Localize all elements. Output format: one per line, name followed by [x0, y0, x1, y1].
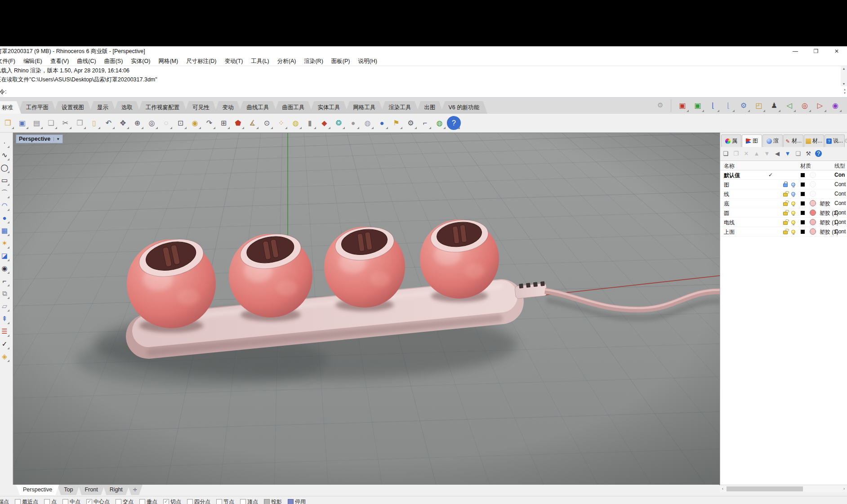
rectangle-icon[interactable]: ▭	[0, 174, 10, 187]
material-swatch[interactable]	[810, 219, 816, 225]
restore-button[interactable]: ❐	[806, 46, 826, 57]
add-viewport-tab[interactable]: ✛	[128, 485, 143, 495]
ribbon-tab[interactable]: 实体工具	[310, 101, 348, 114]
viewport[interactable]: Perspective ▼	[13, 133, 720, 485]
copy-icon[interactable]: ❐	[73, 116, 87, 130]
walkabout-icon[interactable]: ♟	[767, 98, 781, 113]
point-icon[interactable]: ·	[0, 136, 10, 149]
zoom-dynamic-icon[interactable]: ◌	[159, 116, 173, 130]
ribbon-tab[interactable]: V6 的新功能	[441, 101, 488, 114]
rotate-box-icon[interactable]: ◰	[752, 98, 766, 113]
move-icon[interactable]: ▱	[0, 300, 10, 312]
bulb-icon[interactable]	[791, 201, 795, 205]
ribbon-tab[interactable]: 选取	[113, 101, 141, 114]
scroll-up-icon[interactable]: ▲	[843, 67, 846, 70]
lock-icon[interactable]	[783, 183, 788, 187]
osnap-option[interactable]: 垂点	[139, 498, 157, 504]
raytrace-sphere-icon[interactable]: ●	[375, 116, 389, 130]
menu-item[interactable]: 分析(A)	[273, 58, 300, 65]
collapse-icon[interactable]: ◀	[774, 150, 781, 157]
menu-item[interactable]: 曲线(C)	[73, 58, 100, 65]
material-swatch[interactable]	[810, 191, 816, 197]
menu-item[interactable]: 尺寸标注(D)	[182, 58, 220, 65]
menu-item[interactable]: 网格(M)	[154, 58, 182, 65]
gears-icon[interactable]: ⚙	[404, 116, 418, 130]
move-down-icon[interactable]: ▼	[763, 150, 771, 157]
panel-gear-icon[interactable]: ⚙	[844, 137, 847, 144]
bulb-icon[interactable]	[791, 220, 795, 224]
settings-gears-icon[interactable]: ⚙	[736, 98, 751, 113]
layer-color-swatch[interactable]	[801, 220, 805, 224]
ribbon-tab[interactable]: 设置视图	[53, 101, 92, 114]
osnap-checkbox[interactable]	[15, 499, 21, 504]
close-button[interactable]: ✕	[826, 46, 847, 57]
ribbon-tab[interactable]: 显示	[89, 101, 116, 114]
底[interactable]: 底 塑胶 Cont	[720, 199, 847, 208]
osnap-checkbox[interactable]	[86, 499, 92, 504]
explode-icon[interactable]: ✶	[0, 237, 10, 250]
minimize-button[interactable]: —	[785, 46, 806, 57]
viewport-tab[interactable]: Perspective	[16, 485, 59, 495]
bulb-icon[interactable]	[791, 183, 795, 187]
menu-item[interactable]: 曲面(S)	[100, 58, 127, 65]
cplane-icon[interactable]: ⌊	[706, 98, 720, 113]
array-icon[interactable]: ☰	[0, 325, 10, 338]
osnap-checkbox[interactable]	[116, 499, 121, 504]
new-file-icon[interactable]: ❏	[44, 116, 58, 130]
ribbon-tab[interactable]: 渲染工具	[381, 101, 419, 114]
bulb-icon[interactable]	[791, 230, 795, 234]
scroll-down-icon[interactable]: ▼	[843, 82, 846, 85]
zoom-window-icon[interactable]: ⊡	[174, 116, 187, 130]
osnap-option[interactable]: 投影	[264, 498, 282, 504]
viewport-title[interactable]: Perspective ▼	[16, 134, 63, 143]
check-icon[interactable]: ✓	[0, 338, 10, 350]
电线[interactable]: 电线 塑胶 (1) Cont	[720, 218, 847, 227]
layer-color-swatch[interactable]	[801, 211, 805, 215]
menu-item[interactable]: 工具(L)	[247, 58, 273, 65]
display-mode-icon[interactable]: ◆	[317, 116, 331, 130]
extrude-icon[interactable]: ⇞	[0, 312, 10, 325]
shaded-cube-icon[interactable]: ▣	[691, 98, 705, 113]
command-prompt-row[interactable]: 指令: ▲▼	[0, 86, 847, 98]
scroll-right-icon[interactable]: ›	[841, 486, 847, 491]
earth-icon[interactable]: ◍	[432, 116, 446, 130]
help-icon[interactable]: ?	[447, 116, 461, 130]
circle-icon[interactable]: ◯	[0, 161, 10, 174]
lock-icon[interactable]	[783, 231, 788, 234]
material-swatch[interactable]	[810, 172, 816, 178]
cplane-alt-icon[interactable]: ⌊	[721, 98, 736, 113]
osnap-option[interactable]: 顶点	[240, 498, 258, 504]
filter-icon[interactable]: ▼	[784, 150, 791, 157]
ribbon-tab[interactable]: 变动	[214, 101, 242, 114]
layer-color-swatch[interactable]	[801, 192, 805, 196]
lock-icon[interactable]: ▮	[303, 116, 317, 130]
osnap-option[interactable]: 切点	[163, 498, 181, 504]
viewport-tab[interactable]: Front	[78, 485, 104, 495]
dimension-icon[interactable]: ◈	[0, 350, 10, 363]
panel-help-icon[interactable]: ?	[815, 150, 822, 157]
move-up-icon[interactable]: ▲	[753, 150, 760, 157]
four-viewports-icon[interactable]: ⊞	[217, 116, 231, 130]
mesh-icon[interactable]: ▦	[0, 224, 10, 237]
上面[interactable]: 上面 塑胶 (3) Cont	[720, 227, 847, 236]
zoom-extents-icon[interactable]: ◎	[798, 98, 812, 113]
osnap-option[interactable]: 中点	[62, 498, 80, 504]
osnap-checkbox[interactable]	[216, 499, 222, 504]
ribbon-tab[interactable]: 可见性	[184, 101, 218, 114]
scroll-left-icon[interactable]: ‹	[720, 486, 726, 491]
color-wheel-icon[interactable]: ❂	[332, 116, 346, 130]
material-swatch[interactable]	[810, 210, 816, 216]
circle-center-icon[interactable]: ⊙	[260, 116, 274, 130]
osnap-checkbox[interactable]	[288, 499, 294, 504]
curve-icon[interactable]: ∿	[0, 149, 10, 161]
material-swatch[interactable]	[810, 181, 816, 187]
图[interactable]: 图 Cont	[720, 180, 847, 189]
menu-item[interactable]: 渲染(R)	[300, 58, 327, 65]
osnap-option[interactable]: 节点	[216, 498, 234, 504]
lock-icon[interactable]	[783, 202, 788, 206]
panel-tab[interactable]: 属	[721, 134, 741, 147]
osnap-checkbox[interactable]	[240, 499, 246, 504]
osnap-checkbox[interactable]	[139, 499, 145, 504]
menu-item[interactable]: 说明(H)	[354, 58, 381, 65]
ribbon-tab[interactable]: 工作平面	[18, 101, 57, 114]
